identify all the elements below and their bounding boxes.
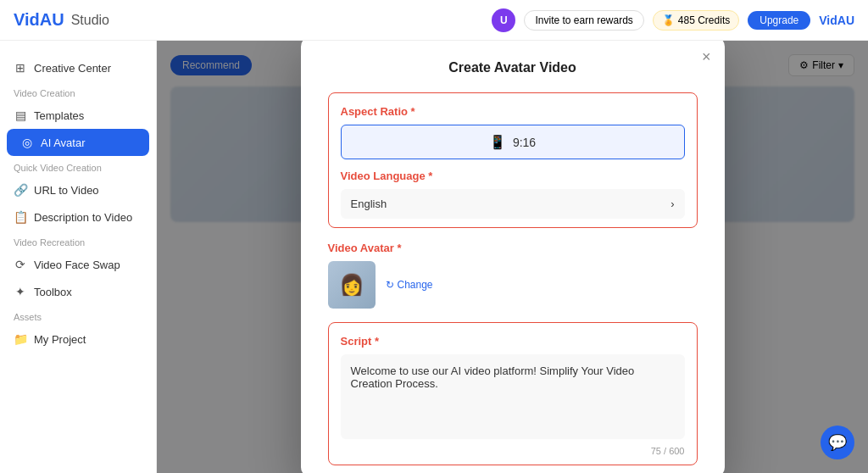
topbar-right: U Invite to earn rewards 🏅 485 Credits U… xyxy=(492,8,854,32)
modal-overlay: Create Avatar Video × Aspect Ratio * 📱 9… xyxy=(157,41,868,473)
aspect-language-section: Aspect Ratio * 📱 9:16 Video Language * E… xyxy=(328,92,698,228)
sidebar: ⊞ Creative Center Video Creation ▤ Templ… xyxy=(0,41,157,473)
invite-button[interactable]: Invite to earn rewards xyxy=(524,10,643,31)
topbar-left: VidAU Studio xyxy=(14,10,109,30)
script-section: Script * 75 / 600 xyxy=(328,322,698,465)
credits-badge: 🏅 485 Credits xyxy=(653,10,739,31)
link-icon: 🔗 xyxy=(14,183,27,197)
video-avatar-label: Video Avatar * xyxy=(328,242,698,254)
language-value: English xyxy=(351,198,387,210)
language-select[interactable]: English › xyxy=(341,189,685,219)
sidebar-item-face-swap[interactable]: ⟳ Video Face Swap xyxy=(0,251,156,278)
avatar-thumb-inner: 👩 xyxy=(328,261,376,309)
toolbox-label: Toolbox xyxy=(34,286,72,298)
modal-title: Create Avatar Video xyxy=(328,60,698,75)
brand-label: VidAU xyxy=(819,14,854,27)
sidebar-item-description-to-video[interactable]: 📋 Description to Video xyxy=(0,203,156,231)
video-language-label: Video Language * xyxy=(341,170,685,182)
refresh-icon: ↻ xyxy=(386,279,394,291)
avatar-thumbnail: 👩 xyxy=(328,261,376,309)
templates-label: Templates xyxy=(34,109,84,122)
char-count: 75 / 600 xyxy=(341,446,685,456)
chevron-right-icon: › xyxy=(670,198,674,210)
face-swap-label: Video Face Swap xyxy=(34,259,120,271)
main-content: Recommend ⚙ Filter ▾ Create Avatar Video… xyxy=(157,41,868,473)
sidebar-item-templates[interactable]: ▤ Templates xyxy=(0,102,156,129)
sidebar-item-my-project[interactable]: 📁 My Project xyxy=(0,326,156,353)
avatar-row: 👩 ↻ Change xyxy=(328,261,698,309)
modal-close-button[interactable]: × xyxy=(702,48,711,66)
aspect-ratio-button[interactable]: 📱 9:16 xyxy=(341,125,685,159)
script-label: Script * xyxy=(341,335,685,348)
section-recreation: Video Recreation xyxy=(0,231,156,251)
section-video-creation: Video Creation xyxy=(0,81,156,102)
aspect-ratio-label: Aspect Ratio * xyxy=(341,105,685,118)
aspect-ratio-value: 9:16 xyxy=(513,136,536,149)
script-textarea[interactable] xyxy=(341,354,685,439)
my-project-label: My Project xyxy=(34,333,86,346)
desc-icon: 📋 xyxy=(14,210,27,224)
section-assets: Assets xyxy=(0,305,156,326)
sidebar-item-ai-avatar[interactable]: ◎ AI Avatar xyxy=(7,129,149,156)
url-to-video-label: URL to Video xyxy=(34,184,99,197)
grid-icon: ⊞ xyxy=(14,61,27,75)
sidebar-item-url-to-video[interactable]: 🔗 URL to Video xyxy=(0,176,156,203)
section-quick-creation: Quick Video Creation xyxy=(0,156,156,176)
description-to-video-label: Description to Video xyxy=(34,211,132,224)
ai-avatar-label: AI Avatar xyxy=(41,136,86,149)
chat-icon[interactable]: 💬 xyxy=(821,426,854,459)
phone-icon: 📱 xyxy=(489,134,506,150)
credits-icon: 🏅 xyxy=(662,14,675,26)
logo: VidAU xyxy=(14,10,64,30)
sidebar-item-toolbox[interactable]: ✦ Toolbox xyxy=(0,278,156,305)
change-avatar-button[interactable]: ↻ Change xyxy=(386,279,433,291)
credits-count: 485 Credits xyxy=(678,14,730,26)
user-avatar[interactable]: U xyxy=(492,8,515,32)
templates-icon: ▤ xyxy=(14,109,27,122)
change-label: Change xyxy=(398,279,433,291)
avatar-section: Video Avatar * 👩 ↻ Change xyxy=(328,242,698,309)
topbar: VidAU Studio U Invite to earn rewards 🏅 … xyxy=(0,0,868,41)
layout: ⊞ Creative Center Video Creation ▤ Templ… xyxy=(0,41,868,473)
create-avatar-modal: Create Avatar Video × Aspect Ratio * 📱 9… xyxy=(301,41,725,473)
creative-center-label: Creative Center xyxy=(34,62,111,75)
studio-label: Studio xyxy=(71,13,109,28)
face-icon: ⟳ xyxy=(14,258,27,271)
avatar-icon: ◎ xyxy=(20,136,34,149)
toolbox-icon: ✦ xyxy=(14,285,27,298)
upgrade-button[interactable]: Upgrade xyxy=(748,11,810,30)
sidebar-item-creative-center[interactable]: ⊞ Creative Center xyxy=(0,54,156,81)
project-icon: 📁 xyxy=(14,332,27,346)
